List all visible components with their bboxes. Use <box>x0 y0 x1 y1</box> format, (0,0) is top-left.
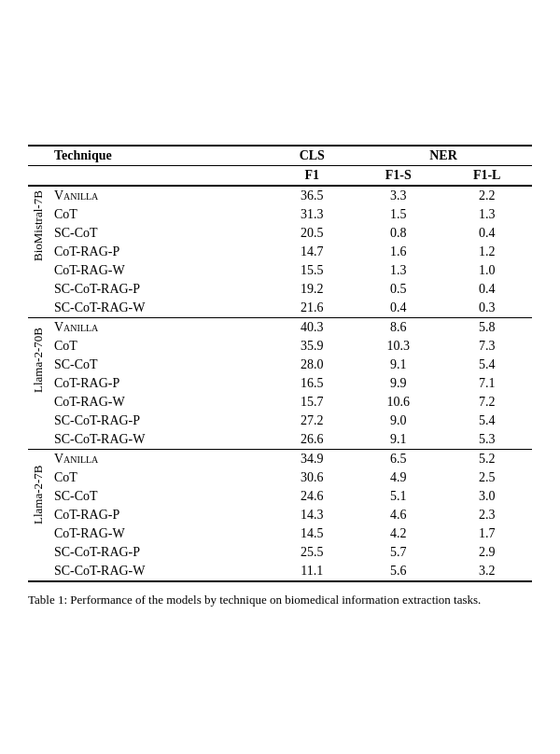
technique-cell: SC-CoT-RAG-P <box>49 280 269 299</box>
f1l-cell: 7.1 <box>441 374 532 393</box>
f1l-cell: 3.2 <box>441 562 532 581</box>
f1-cell: 25.5 <box>269 543 355 562</box>
f1s-cell: 4.6 <box>355 506 441 524</box>
f1s-cell: 9.9 <box>355 374 441 393</box>
empty-cell-3 <box>49 166 269 187</box>
table-row: CoT-RAG-W15.51.31.0 <box>28 261 532 280</box>
empty-cell-2 <box>28 166 49 187</box>
technique-cell: CoT-RAG-W <box>49 261 269 280</box>
f1s-cell: 5.6 <box>355 562 441 581</box>
f1s-cell: 5.1 <box>355 487 441 506</box>
f1-cell: 19.2 <box>269 280 355 299</box>
f1-header: F1 <box>269 166 355 187</box>
table-row: CoT31.31.51.3 <box>28 205 532 224</box>
table-row: SC-CoT-RAG-P27.29.05.4 <box>28 412 532 430</box>
technique-cell: SC-CoT-RAG-P <box>49 412 269 430</box>
group-label-text: Llama-2-70B <box>31 374 46 393</box>
table-row: CoT-RAG-P14.34.62.3 <box>28 506 532 524</box>
f1-cell: 15.7 <box>269 393 355 412</box>
table-row: SC-CoT-RAG-W21.60.40.3 <box>28 299 532 318</box>
f1l-cell: 1.3 <box>441 205 532 224</box>
table-row: CoT-RAG-W14.54.21.7 <box>28 524 532 543</box>
group-label: Llama-2-7B <box>28 450 49 582</box>
technique-cell: SC-CoT-RAG-W <box>49 430 269 450</box>
f1-cell: 40.3 <box>269 318 355 338</box>
f1l-cell: 1.0 <box>441 261 532 280</box>
f1-cell: 30.6 <box>269 468 355 487</box>
table-caption: Table 1: Performance of the models by te… <box>28 592 532 608</box>
technique-cell: SC-CoT-RAG-P <box>49 543 269 562</box>
f1s-cell: 0.5 <box>355 280 441 299</box>
table-row: SC-CoT-RAG-P19.20.50.4 <box>28 280 532 299</box>
f1-cell: 34.9 <box>269 450 355 469</box>
f1-cell: 14.5 <box>269 524 355 543</box>
f1-cell: 28.0 <box>269 356 355 374</box>
f1l-cell: 5.8 <box>441 318 532 338</box>
header-row-2: F1 F1-S F1-L <box>28 166 532 187</box>
f1-cell: 15.5 <box>269 261 355 280</box>
f1-cell: 36.5 <box>269 186 355 205</box>
f1l-cell: 5.4 <box>441 412 532 430</box>
f1-cell: 27.2 <box>269 412 355 430</box>
technique-cell: SC-CoT <box>49 487 269 506</box>
f1-cell: 20.5 <box>269 224 355 243</box>
f1l-cell: 5.2 <box>441 450 532 469</box>
f1-cell: 35.9 <box>269 337 355 356</box>
f1-cell: 14.3 <box>269 506 355 524</box>
f1-cell: 11.1 <box>269 562 355 581</box>
table-row: CoT-RAG-W15.710.67.2 <box>28 393 532 412</box>
f1s-cell: 3.3 <box>355 186 441 205</box>
group-label-text: Llama-2-7B <box>31 506 46 524</box>
technique-cell: CoT-RAG-P <box>49 506 269 524</box>
table-row: CoT-RAG-P14.71.61.2 <box>28 243 532 261</box>
f1-cell: 16.5 <box>269 374 355 393</box>
technique-header: Technique <box>49 146 269 166</box>
table-row: SC-CoT20.50.80.4 <box>28 224 532 243</box>
f1-cell: 24.6 <box>269 487 355 506</box>
technique-cell: CoT-RAG-P <box>49 243 269 261</box>
table-row: SC-CoT24.65.13.0 <box>28 487 532 506</box>
group-label-text: BioMistral-7B <box>31 243 46 261</box>
f1s-cell: 1.3 <box>355 261 441 280</box>
table-row: Llama-2-70BVanilla40.38.65.8 <box>28 318 532 338</box>
f1s-cell: 10.6 <box>355 393 441 412</box>
f1s-cell: 5.7 <box>355 543 441 562</box>
f1l-cell: 1.7 <box>441 524 532 543</box>
technique-cell: CoT-RAG-W <box>49 524 269 543</box>
f1s-cell: 1.5 <box>355 205 441 224</box>
cls-header: CLS <box>269 146 355 166</box>
f1l-cell: 1.2 <box>441 243 532 261</box>
f1s-cell: 4.9 <box>355 468 441 487</box>
table-row: BioMistral-7BVanilla36.53.32.2 <box>28 186 532 205</box>
table-row: SC-CoT-RAG-P25.55.72.9 <box>28 543 532 562</box>
f1s-cell: 9.1 <box>355 356 441 374</box>
f1l-cell: 2.9 <box>441 543 532 562</box>
table-row: SC-CoT28.09.15.4 <box>28 356 532 374</box>
technique-cell: Vanilla <box>49 450 269 469</box>
technique-cell: SC-CoT <box>49 356 269 374</box>
f1-cell: 21.6 <box>269 299 355 318</box>
results-table: Technique CLS NER F1 F1-S F1-L BioMistra… <box>28 145 532 582</box>
group-label: Llama-2-70B <box>28 318 49 450</box>
technique-cell: SC-CoT <box>49 224 269 243</box>
f1l-cell: 2.5 <box>441 468 532 487</box>
technique-cell: SC-CoT-RAG-W <box>49 299 269 318</box>
technique-cell: Vanilla <box>49 318 269 338</box>
f1s-cell: 1.6 <box>355 243 441 261</box>
f1l-cell: 0.4 <box>441 224 532 243</box>
technique-cell: CoT <box>49 337 269 356</box>
technique-cell: SC-CoT-RAG-W <box>49 562 269 581</box>
f1s-cell: 0.4 <box>355 299 441 318</box>
f1s-cell: 8.6 <box>355 318 441 338</box>
f1s-header: F1-S <box>355 166 441 187</box>
empty-cell-1 <box>28 146 49 166</box>
technique-cell: CoT-RAG-P <box>49 374 269 393</box>
f1s-cell: 10.3 <box>355 337 441 356</box>
table-row: SC-CoT-RAG-W11.15.63.2 <box>28 562 532 581</box>
f1l-cell: 0.3 <box>441 299 532 318</box>
f1l-cell: 0.4 <box>441 280 532 299</box>
technique-cell: Vanilla <box>49 186 269 205</box>
f1l-cell: 7.2 <box>441 393 532 412</box>
table-row: Llama-2-7BVanilla34.96.55.2 <box>28 450 532 469</box>
technique-cell: CoT <box>49 205 269 224</box>
